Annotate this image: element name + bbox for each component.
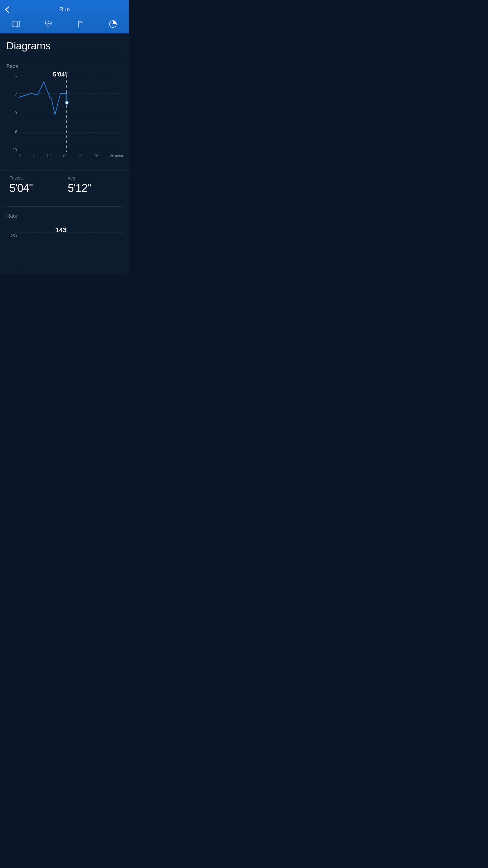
rate-grid-line (19, 232, 123, 232)
y-label-9: 9 (6, 129, 17, 134)
fastest-stat: Fastest 5'04" (6, 176, 65, 195)
y-label-6: 6 (6, 74, 17, 79)
fastest-value: 5'04" (9, 182, 65, 195)
avg-value: 5'12" (68, 182, 123, 195)
fastest-label: Fastest (9, 176, 65, 181)
header-title-row: Run (0, 4, 129, 15)
x-label-20: 20 (78, 154, 83, 158)
flag-icon (76, 20, 85, 28)
avg-stat: Avg 5'12" (65, 176, 123, 195)
rate-section: Rate 250 143 (6, 206, 123, 274)
pace-label: Pace (6, 63, 123, 70)
x-label-0: 0 (19, 154, 21, 158)
main-content: Diagrams Pace 6 7 8 9 10 5'04" (0, 33, 129, 274)
rate-label: Rate (6, 213, 123, 219)
x-unit: (min) (115, 154, 123, 158)
x-label-25: 25 (95, 154, 98, 158)
diagrams-title: Diagrams (6, 40, 123, 52)
tab-bar (0, 15, 129, 33)
tab-heart[interactable] (38, 19, 59, 30)
back-button[interactable] (5, 6, 9, 13)
tab-map[interactable] (6, 19, 27, 30)
x-label-10: 10 (47, 154, 51, 158)
pace-data-point (65, 101, 69, 104)
x-label-15: 15 (63, 154, 66, 158)
x-label-30-unit: 30 (min) (110, 154, 123, 158)
rate-y-label-250: 250 (11, 234, 17, 238)
avg-label: Avg (68, 176, 123, 181)
pace-stats: Fastest 5'04" Avg 5'12" (6, 170, 123, 201)
y-label-7: 7 (6, 92, 17, 97)
pace-tooltip: 5'04" (53, 71, 68, 78)
tab-diagrams[interactable] (102, 19, 124, 30)
y-label-10: 10 (6, 148, 17, 152)
tab-laps[interactable] (70, 19, 91, 30)
pace-section: Pace 6 7 8 9 10 5'04" (6, 57, 123, 206)
diagrams-icon (108, 20, 117, 28)
header: Run (0, 0, 129, 33)
heart-icon (44, 20, 53, 28)
x-label-5: 5 (33, 154, 35, 158)
pace-chart-svg (19, 74, 123, 152)
y-label-8: 8 (6, 111, 17, 115)
map-icon (12, 20, 21, 28)
page-title: Run (59, 6, 70, 13)
